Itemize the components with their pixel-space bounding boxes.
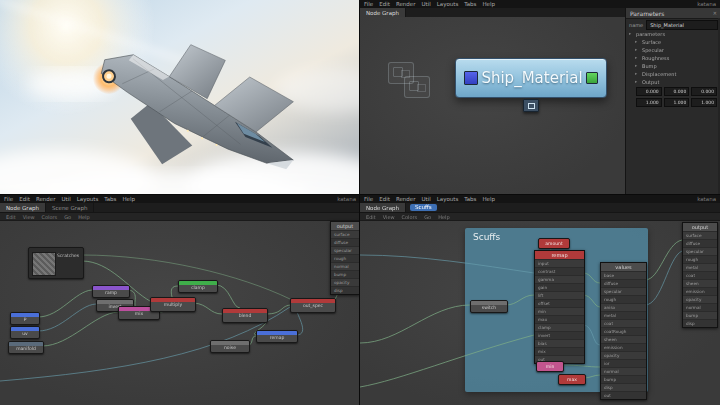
view-flag-icon[interactable] (523, 99, 539, 112)
param-row[interactable]: mix (535, 347, 584, 355)
group-breadcrumb[interactable]: Scuffs (410, 204, 437, 211)
values-node[interactable]: values base diffuse specular rough aniso… (600, 262, 647, 400)
tab-scene-graph[interactable]: Scene Graph (46, 203, 94, 212)
graph-menu-view[interactable]: View (383, 214, 395, 220)
param-row[interactable]: coatRough (601, 327, 646, 335)
value-field[interactable]: 1.000 (664, 98, 690, 107)
param-row[interactable]: input (535, 259, 584, 267)
port-row[interactable]: opacity (683, 295, 717, 303)
ship-material-node[interactable]: Ship_Material (455, 58, 607, 98)
param-row[interactable]: invert (535, 331, 584, 339)
menu-layouts[interactable]: Layouts (437, 196, 459, 202)
tree-row[interactable]: Specular (626, 46, 720, 54)
port-row[interactable]: opacity (331, 278, 359, 286)
menu-layouts[interactable]: Layouts (77, 196, 99, 202)
port-row[interactable]: metal (683, 263, 717, 271)
port-row[interactable]: disp (683, 319, 717, 327)
port-row[interactable]: rough (331, 254, 359, 262)
tree-row[interactable]: Roughness (626, 54, 720, 62)
close-icon[interactable]: ✕ (713, 10, 717, 16)
node-graph-canvas[interactable] (360, 17, 625, 195)
menu-layouts[interactable]: Layouts (437, 1, 459, 7)
menu-tabs[interactable]: Tabs (464, 1, 476, 7)
port-row[interactable]: disp (331, 286, 359, 294)
remap-node[interactable]: remap input contrast gamma gain lift off… (534, 250, 585, 364)
param-row[interactable]: base (601, 271, 646, 279)
port-row[interactable]: rough (683, 255, 717, 263)
port-row[interactable]: specular (331, 246, 359, 254)
node[interactable]: remap (256, 330, 298, 343)
menu-help[interactable]: Help (482, 1, 495, 7)
max-node[interactable]: max (558, 374, 586, 385)
menu-tabs[interactable]: Tabs (104, 196, 116, 202)
tab-node-graph[interactable]: Node Graph (0, 203, 46, 212)
value-field[interactable]: 0.000 (664, 87, 690, 96)
tab-node-graph[interactable]: Node Graph (360, 8, 406, 17)
port-row[interactable]: bump (683, 311, 717, 319)
graph-menu-edit[interactable]: Edit (366, 214, 376, 220)
menu-file[interactable]: File (364, 196, 373, 202)
graph-menu-colors[interactable]: Colors (42, 214, 58, 220)
port-row[interactable]: surface (331, 230, 359, 238)
param-row[interactable]: ior (601, 359, 646, 367)
param-row[interactable]: emission (601, 343, 646, 351)
value-field[interactable]: 0.000 (691, 87, 717, 96)
menu-file[interactable]: File (364, 1, 373, 7)
min-node[interactable]: min (536, 361, 564, 372)
param-row[interactable]: clamp (535, 323, 584, 331)
value-field[interactable]: 1.000 (636, 98, 662, 107)
menu-edit[interactable]: Edit (379, 196, 390, 202)
graph-menu-help[interactable]: Help (438, 214, 449, 220)
port-row[interactable]: bump (331, 270, 359, 278)
port-row[interactable]: specular (683, 247, 717, 255)
menu-edit[interactable]: Edit (379, 1, 390, 7)
switch-node[interactable]: switch (470, 300, 508, 313)
value-field[interactable]: 1.000 (691, 98, 717, 107)
menu-help[interactable]: Help (122, 196, 135, 202)
graph-menu-edit[interactable]: Edit (6, 214, 16, 220)
graph-menu-colors[interactable]: Colors (402, 214, 418, 220)
param-row[interactable]: metal (601, 311, 646, 319)
tree-row[interactable]: Surface (626, 38, 720, 46)
texture-node[interactable]: Scratches (28, 247, 84, 279)
port-row[interactable]: normal (683, 303, 717, 311)
param-row[interactable]: contrast (535, 267, 584, 275)
tree-row[interactable]: Displacement (626, 70, 720, 78)
output-node[interactable]: output surface diffuse specular rough me… (682, 222, 718, 328)
menu-util[interactable]: Util (421, 1, 430, 7)
port-row[interactable]: coat (683, 271, 717, 279)
menu-tabs[interactable]: Tabs (464, 196, 476, 202)
tree-row[interactable]: Output (626, 78, 720, 86)
port-row[interactable]: diffuse (331, 238, 359, 246)
param-row[interactable]: normal (601, 367, 646, 375)
tree-row[interactable]: Bump (626, 62, 720, 70)
port-row[interactable]: emission (683, 287, 717, 295)
graph-menu-go[interactable]: Go (424, 214, 431, 220)
tab-node-graph[interactable]: Node Graph (360, 203, 406, 212)
param-row[interactable]: diffuse (601, 279, 646, 287)
graph-menu-view[interactable]: View (23, 214, 35, 220)
param-row[interactable]: bias (535, 339, 584, 347)
param-row[interactable]: lift (535, 291, 584, 299)
param-row[interactable]: aniso (601, 303, 646, 311)
param-row[interactable]: gamma (535, 275, 584, 283)
node[interactable]: P (10, 312, 40, 325)
port-row[interactable]: diffuse (683, 239, 717, 247)
param-row[interactable]: sheen (601, 335, 646, 343)
param-row[interactable]: max (535, 315, 584, 323)
menu-help[interactable]: Help (482, 196, 495, 202)
graph-menu-go[interactable]: Go (64, 214, 71, 220)
value-field[interactable]: 0.000 (636, 87, 662, 96)
menu-util[interactable]: Util (421, 196, 430, 202)
param-row[interactable]: disp (601, 383, 646, 391)
menu-render[interactable]: Render (396, 196, 416, 202)
node[interactable]: manifold (8, 341, 44, 354)
node[interactable]: out_spec (290, 298, 336, 313)
graph-menu-help[interactable]: Help (78, 214, 89, 220)
menu-file[interactable]: File (4, 196, 13, 202)
tree-row[interactable]: parameters (626, 30, 720, 38)
param-row[interactable]: opacity (601, 351, 646, 359)
name-field[interactable]: Ship_Material (646, 20, 718, 30)
node[interactable]: blend (222, 308, 268, 323)
node[interactable]: ramp (92, 285, 130, 298)
